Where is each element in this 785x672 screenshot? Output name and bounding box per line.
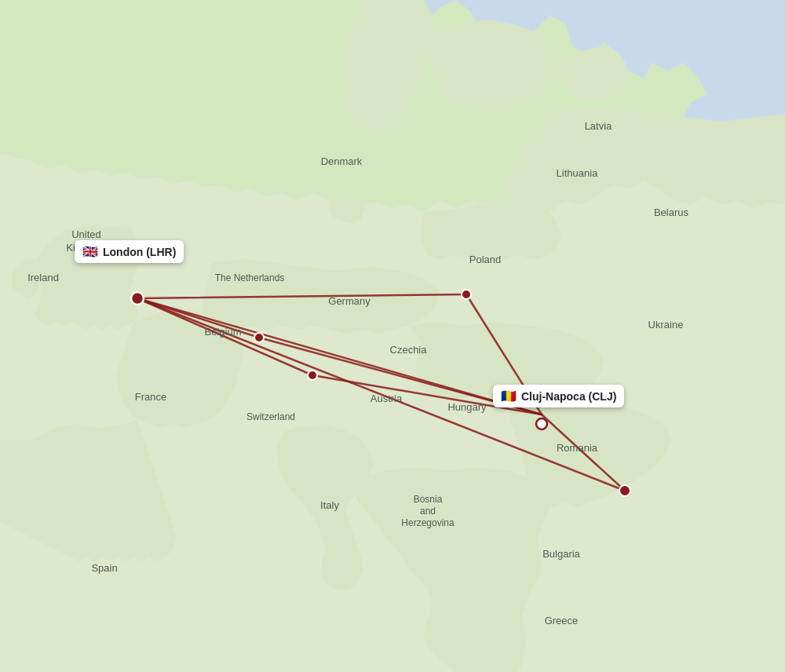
belarus-label: Belarus: [654, 206, 689, 218]
svg-point-12: [308, 371, 317, 380]
london-label-text: London (LHR): [103, 246, 176, 258]
romania-label: Romania: [557, 442, 598, 454]
romania-flag: 🇷🇴: [501, 389, 517, 404]
belgium-label: Belgium: [205, 326, 242, 338]
latvia-label: Latvia: [585, 120, 612, 132]
bosnia-label-1: Bosnia: [414, 494, 443, 505]
switzerland-label: Switzerland: [246, 411, 295, 422]
svg-point-14: [536, 418, 547, 429]
cluj-label-text: Cluj-Napoca (CLJ): [521, 390, 616, 403]
cluj-label-box: 🇷🇴 Cluj-Napoca (CLJ): [493, 385, 624, 407]
greece-label: Greece: [545, 615, 579, 626]
london-label-box: 🇬🇧 London (LHR): [75, 240, 184, 263]
italy-label: Italy: [320, 499, 339, 511]
lithuania-label: Lithuania: [557, 167, 599, 179]
ireland-label: Ireland: [27, 272, 59, 283]
netherlands-label: The Netherlands: [215, 272, 285, 283]
svg-point-11: [254, 333, 264, 342]
united-kingdom-label-1: United: [71, 228, 101, 240]
bulgaria-label: Bulgaria: [542, 548, 580, 560]
svg-point-15: [131, 292, 144, 305]
map-svg: Latvia Lithuania Belarus Denmark United …: [0, 0, 785, 672]
germany-label: Germany: [328, 295, 371, 307]
uk-flag: 🇬🇧: [82, 244, 98, 259]
denmark-label: Denmark: [321, 155, 363, 167]
austria-label: Austria: [371, 393, 403, 404]
czechia-label: Czechia: [390, 344, 428, 356]
spain-label: Spain: [91, 562, 117, 574]
bosnia-label-3: Herzegovina: [401, 517, 455, 528]
bosnia-label-2: and: [420, 506, 436, 517]
ukraine-label: Ukraine: [648, 319, 684, 331]
svg-point-13: [619, 485, 630, 496]
map-container: Latvia Lithuania Belarus Denmark United …: [0, 0, 785, 672]
hungary-label: Hungary: [447, 401, 487, 413]
svg-point-10: [462, 290, 471, 299]
france-label: France: [135, 391, 166, 403]
poland-label: Poland: [469, 254, 501, 265]
